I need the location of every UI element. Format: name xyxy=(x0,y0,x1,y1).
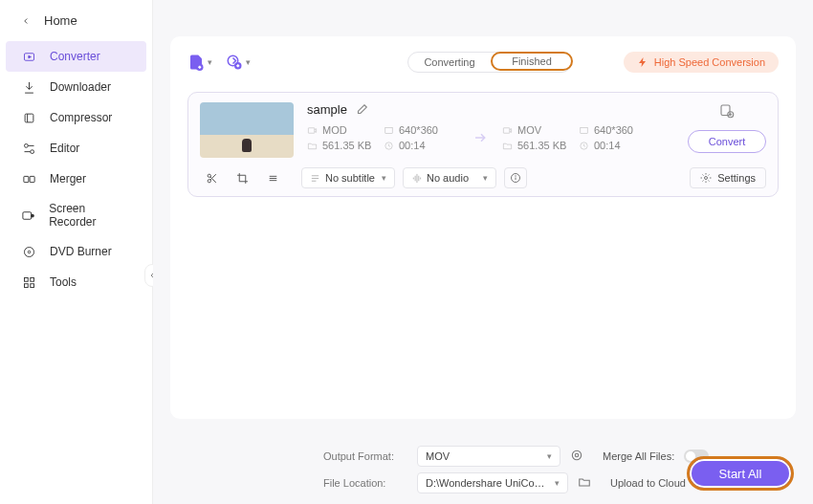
output-format-select[interactable]: MOV▾ xyxy=(417,446,560,467)
dst-resolution: 640*360 xyxy=(579,124,655,136)
arrow-right-icon xyxy=(472,129,490,146)
svg-rect-16 xyxy=(23,176,28,182)
add-url-button[interactable]: ▾ xyxy=(226,54,251,71)
svg-marker-10 xyxy=(28,55,31,58)
output-format-label: Output Format: xyxy=(323,450,407,462)
open-folder-icon[interactable] xyxy=(578,475,591,491)
edit-icon[interactable] xyxy=(355,103,368,117)
svg-rect-29 xyxy=(308,127,314,133)
svg-point-21 xyxy=(28,251,31,253)
high-speed-label: High Speed Conversion xyxy=(654,56,765,68)
audio-icon xyxy=(411,173,422,184)
sidebar-item-label: Compressor xyxy=(50,111,112,124)
src-format: MOD xyxy=(307,124,384,136)
svg-rect-25 xyxy=(30,283,33,287)
subtitle-icon xyxy=(310,173,320,184)
svg-rect-23 xyxy=(30,277,33,281)
dst-duration: 00:14 xyxy=(579,140,655,151)
upload-cloud-label: Upload to Cloud xyxy=(610,477,686,489)
video-thumbnail[interactable] xyxy=(200,102,294,158)
tab-finished[interactable]: Finished xyxy=(491,52,573,71)
chevron-left-icon xyxy=(21,16,31,26)
caret-down-icon: ▾ xyxy=(246,57,251,67)
sidebar: Home Converter Downloader Compressor Edi… xyxy=(0,0,153,504)
file-location-label: File Location: xyxy=(323,477,407,489)
recorder-icon xyxy=(21,208,35,223)
preset-icon[interactable] xyxy=(570,449,583,464)
svg-rect-32 xyxy=(581,127,587,133)
svg-point-47 xyxy=(705,177,708,180)
subtitle-select[interactable]: No subtitle▾ xyxy=(301,167,395,188)
sidebar-item-converter[interactable]: Converter xyxy=(6,41,146,72)
add-file-button[interactable]: ▾ xyxy=(187,54,212,71)
svg-rect-35 xyxy=(721,105,730,116)
dst-format: MOV xyxy=(502,124,579,136)
sidebar-item-label: DVD Burner xyxy=(50,245,112,258)
svg-rect-30 xyxy=(385,127,392,133)
sidebar-item-editor[interactable]: Editor xyxy=(0,133,152,164)
more-button[interactable] xyxy=(261,167,284,188)
svg-point-49 xyxy=(575,453,579,457)
resolution-icon xyxy=(579,125,589,136)
src-resolution: 640*360 xyxy=(384,124,460,136)
svg-point-48 xyxy=(572,450,581,459)
video-icon xyxy=(502,125,513,136)
dvd-icon xyxy=(21,244,36,259)
start-all-button[interactable]: Start All xyxy=(687,456,794,491)
settings-button[interactable]: Settings xyxy=(690,167,766,188)
svg-point-12 xyxy=(24,143,28,147)
tools-icon xyxy=(21,274,36,290)
svg-rect-17 xyxy=(30,176,34,182)
main-panel: ▾ ▾ Converting Finished High Speed Conve… xyxy=(153,0,813,504)
audio-select[interactable]: No audio▾ xyxy=(403,167,496,188)
sidebar-item-label: Tools xyxy=(50,275,77,289)
svg-rect-18 xyxy=(23,211,32,219)
svg-rect-31 xyxy=(503,127,509,133)
folder-icon xyxy=(502,141,513,151)
merger-icon xyxy=(21,171,36,186)
src-size: 561.35 KB xyxy=(307,140,384,151)
convert-button[interactable]: Convert xyxy=(688,130,766,153)
gear-icon xyxy=(700,172,712,184)
svg-rect-24 xyxy=(24,283,28,287)
sidebar-item-downloader[interactable]: Downloader xyxy=(0,72,152,102)
caret-down-icon: ▾ xyxy=(208,57,212,67)
sidebar-item-label: Editor xyxy=(50,142,79,155)
lightning-icon xyxy=(637,56,648,68)
editor-icon xyxy=(21,141,36,156)
sidebar-item-label: Converter xyxy=(50,50,100,63)
sidebar-item-label: Downloader xyxy=(50,80,111,94)
svg-point-19 xyxy=(31,213,34,217)
info-button[interactable] xyxy=(504,167,527,188)
src-duration: 00:14 xyxy=(384,140,460,151)
home-header[interactable]: Home xyxy=(0,0,152,37)
crop-button[interactable] xyxy=(231,167,253,188)
svg-point-46 xyxy=(516,176,516,177)
sidebar-item-tools[interactable]: Tools xyxy=(0,267,152,297)
folder-icon xyxy=(307,141,318,151)
high-speed-button[interactable]: High Speed Conversion xyxy=(624,52,779,73)
clock-icon xyxy=(579,141,589,151)
sidebar-item-screen-recorder[interactable]: Screen Recorder xyxy=(0,194,152,236)
sidebar-item-label: Merger xyxy=(50,172,86,186)
merge-label: Merge All Files: xyxy=(603,450,674,462)
file-name: sample xyxy=(307,102,347,117)
converter-icon xyxy=(21,49,36,64)
svg-rect-22 xyxy=(24,277,28,281)
compressor-icon xyxy=(21,110,36,125)
sidebar-item-merger[interactable]: Merger xyxy=(0,164,152,194)
trim-button[interactable] xyxy=(200,167,223,188)
file-location-select[interactable]: D:\Wondershare UniConverter 1▾ xyxy=(417,472,568,493)
clock-icon xyxy=(384,141,394,151)
file-card: sample MOD 640*360 MOV 640*360 561.35 KB… xyxy=(187,92,779,197)
status-tabs: Converting Finished xyxy=(407,52,572,73)
output-settings-icon[interactable] xyxy=(718,102,736,122)
sidebar-item-label: Screen Recorder xyxy=(49,202,131,229)
download-icon xyxy=(21,79,36,95)
tab-converting[interactable]: Converting xyxy=(408,53,491,72)
home-label: Home xyxy=(44,13,77,28)
resolution-icon xyxy=(384,125,394,136)
video-icon xyxy=(307,125,318,136)
sidebar-item-dvd-burner[interactable]: DVD Burner xyxy=(0,236,152,267)
sidebar-item-compressor[interactable]: Compressor xyxy=(0,102,152,133)
